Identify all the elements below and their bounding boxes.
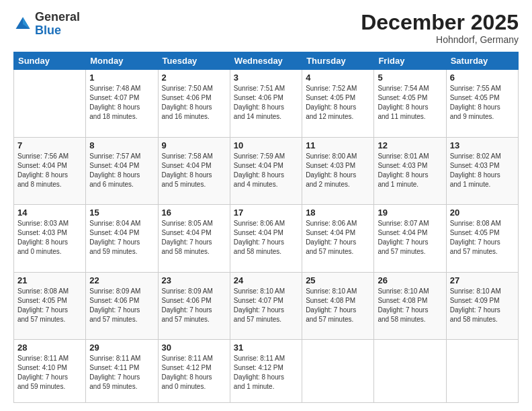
table-row: 14Sunrise: 8:03 AM Sunset: 4:03 PM Dayli… bbox=[14, 205, 86, 273]
table-row bbox=[446, 340, 518, 403]
table-row: 29Sunrise: 8:11 AM Sunset: 4:11 PM Dayli… bbox=[86, 340, 158, 403]
day-number: 3 bbox=[234, 73, 298, 83]
table-row bbox=[14, 70, 86, 138]
table-row: 9Sunrise: 7:58 AM Sunset: 4:04 PM Daylig… bbox=[158, 137, 230, 205]
table-row: 23Sunrise: 8:09 AM Sunset: 4:06 PM Dayli… bbox=[158, 272, 230, 340]
day-number: 8 bbox=[89, 140, 154, 150]
table-row: 22Sunrise: 8:09 AM Sunset: 4:06 PM Dayli… bbox=[86, 272, 158, 340]
header: General Blue December 2025 Hohndorf, Ger… bbox=[13, 11, 519, 45]
table-row: 15Sunrise: 8:04 AM Sunset: 4:04 PM Dayli… bbox=[86, 205, 158, 273]
table-row: 5Sunrise: 7:54 AM Sunset: 4:05 PM Daylig… bbox=[374, 70, 446, 138]
day-info: Sunrise: 7:56 AM Sunset: 4:04 PM Dayligh… bbox=[17, 152, 82, 189]
day-number: 18 bbox=[306, 208, 370, 218]
logo-icon bbox=[13, 15, 32, 34]
table-row: 30Sunrise: 8:11 AM Sunset: 4:12 PM Dayli… bbox=[158, 340, 230, 403]
header-wednesday: Wednesday bbox=[230, 52, 302, 70]
day-number: 25 bbox=[306, 275, 370, 285]
table-row: 19Sunrise: 8:07 AM Sunset: 4:04 PM Dayli… bbox=[374, 205, 446, 273]
day-info: Sunrise: 8:07 AM Sunset: 4:04 PM Dayligh… bbox=[378, 219, 442, 257]
day-number: 1 bbox=[89, 73, 154, 83]
day-info: Sunrise: 8:10 AM Sunset: 4:09 PM Dayligh… bbox=[450, 287, 515, 324]
day-number: 13 bbox=[450, 140, 515, 150]
logo-text: General Blue bbox=[35, 11, 80, 38]
day-number: 26 bbox=[378, 275, 442, 285]
day-info: Sunrise: 8:06 AM Sunset: 4:04 PM Dayligh… bbox=[234, 219, 298, 257]
table-row: 18Sunrise: 8:06 AM Sunset: 4:04 PM Dayli… bbox=[302, 205, 374, 273]
day-info: Sunrise: 7:50 AM Sunset: 4:06 PM Dayligh… bbox=[162, 84, 226, 122]
day-number: 14 bbox=[17, 208, 82, 218]
day-info: Sunrise: 7:59 AM Sunset: 4:04 PM Dayligh… bbox=[234, 152, 298, 189]
day-number: 23 bbox=[162, 275, 226, 285]
day-info: Sunrise: 7:58 AM Sunset: 4:04 PM Dayligh… bbox=[162, 152, 226, 189]
day-number: 20 bbox=[450, 208, 515, 218]
day-info: Sunrise: 8:03 AM Sunset: 4:03 PM Dayligh… bbox=[17, 219, 82, 257]
title-block: December 2025 Hohndorf, Germany bbox=[361, 11, 519, 45]
day-number: 5 bbox=[378, 73, 442, 83]
table-row: 27Sunrise: 8:10 AM Sunset: 4:09 PM Dayli… bbox=[446, 272, 518, 340]
day-info: Sunrise: 8:11 AM Sunset: 4:10 PM Dayligh… bbox=[17, 354, 82, 392]
table-row: 1Sunrise: 7:48 AM Sunset: 4:07 PM Daylig… bbox=[86, 70, 158, 138]
table-row: 6Sunrise: 7:55 AM Sunset: 4:05 PM Daylig… bbox=[446, 70, 518, 138]
table-row: 13Sunrise: 8:02 AM Sunset: 4:03 PM Dayli… bbox=[446, 137, 518, 205]
table-row bbox=[374, 340, 446, 403]
day-info: Sunrise: 8:10 AM Sunset: 4:07 PM Dayligh… bbox=[234, 287, 298, 324]
day-info: Sunrise: 8:00 AM Sunset: 4:03 PM Dayligh… bbox=[306, 152, 370, 189]
day-number: 19 bbox=[378, 208, 442, 218]
days-header-row: Sunday Monday Tuesday Wednesday Thursday… bbox=[14, 52, 519, 70]
day-info: Sunrise: 8:11 AM Sunset: 4:12 PM Dayligh… bbox=[162, 354, 226, 392]
table-row: 24Sunrise: 8:10 AM Sunset: 4:07 PM Dayli… bbox=[230, 272, 302, 340]
day-number: 24 bbox=[234, 275, 298, 285]
day-number: 9 bbox=[162, 140, 226, 150]
day-number: 4 bbox=[306, 73, 370, 83]
table-row: 26Sunrise: 8:10 AM Sunset: 4:08 PM Dayli… bbox=[374, 272, 446, 340]
day-number: 11 bbox=[306, 140, 370, 150]
table-row: 10Sunrise: 7:59 AM Sunset: 4:04 PM Dayli… bbox=[230, 137, 302, 205]
day-info: Sunrise: 8:08 AM Sunset: 4:05 PM Dayligh… bbox=[17, 287, 82, 324]
day-info: Sunrise: 7:48 AM Sunset: 4:07 PM Dayligh… bbox=[89, 84, 154, 122]
page: General Blue December 2025 Hohndorf, Ger… bbox=[0, 0, 532, 411]
header-thursday: Thursday bbox=[302, 52, 374, 70]
day-number: 17 bbox=[234, 208, 298, 218]
day-info: Sunrise: 8:05 AM Sunset: 4:04 PM Dayligh… bbox=[162, 219, 226, 257]
table-row: 4Sunrise: 7:52 AM Sunset: 4:05 PM Daylig… bbox=[302, 70, 374, 138]
day-number: 22 bbox=[89, 275, 154, 285]
day-number: 16 bbox=[162, 208, 226, 218]
table-row: 20Sunrise: 8:08 AM Sunset: 4:05 PM Dayli… bbox=[446, 205, 518, 273]
day-info: Sunrise: 7:55 AM Sunset: 4:05 PM Dayligh… bbox=[450, 84, 515, 122]
table-row: 17Sunrise: 8:06 AM Sunset: 4:04 PM Dayli… bbox=[230, 205, 302, 273]
day-number: 6 bbox=[450, 73, 515, 83]
table-row: 16Sunrise: 8:05 AM Sunset: 4:04 PM Dayli… bbox=[158, 205, 230, 273]
day-info: Sunrise: 8:10 AM Sunset: 4:08 PM Dayligh… bbox=[306, 287, 370, 324]
day-number: 30 bbox=[162, 342, 226, 353]
table-row: 28Sunrise: 8:11 AM Sunset: 4:10 PM Dayli… bbox=[14, 340, 86, 403]
day-info: Sunrise: 7:51 AM Sunset: 4:06 PM Dayligh… bbox=[234, 84, 298, 122]
day-info: Sunrise: 7:57 AM Sunset: 4:04 PM Dayligh… bbox=[89, 152, 154, 189]
day-number: 28 bbox=[17, 342, 82, 353]
day-info: Sunrise: 8:02 AM Sunset: 4:03 PM Dayligh… bbox=[450, 152, 515, 189]
header-friday: Friday bbox=[374, 52, 446, 70]
day-number: 21 bbox=[17, 275, 82, 285]
day-info: Sunrise: 8:08 AM Sunset: 4:05 PM Dayligh… bbox=[450, 219, 515, 257]
table-row: 31Sunrise: 8:11 AM Sunset: 4:12 PM Dayli… bbox=[230, 340, 302, 403]
logo-blue: Blue bbox=[35, 24, 61, 37]
day-number: 10 bbox=[234, 140, 298, 150]
subtitle: Hohndorf, Germany bbox=[361, 34, 519, 45]
day-number: 31 bbox=[234, 342, 298, 353]
day-number: 29 bbox=[89, 342, 154, 353]
table-row bbox=[302, 340, 374, 403]
day-number: 12 bbox=[378, 140, 442, 150]
header-sunday: Sunday bbox=[14, 52, 86, 70]
day-number: 7 bbox=[17, 140, 82, 150]
day-info: Sunrise: 8:01 AM Sunset: 4:03 PM Dayligh… bbox=[378, 152, 442, 189]
table-row: 2Sunrise: 7:50 AM Sunset: 4:06 PM Daylig… bbox=[158, 70, 230, 138]
table-row: 21Sunrise: 8:08 AM Sunset: 4:05 PM Dayli… bbox=[14, 272, 86, 340]
day-info: Sunrise: 7:52 AM Sunset: 4:05 PM Dayligh… bbox=[306, 84, 370, 122]
day-info: Sunrise: 8:11 AM Sunset: 4:12 PM Dayligh… bbox=[234, 354, 298, 392]
month-title: December 2025 bbox=[361, 11, 519, 34]
table-row: 7Sunrise: 7:56 AM Sunset: 4:04 PM Daylig… bbox=[14, 137, 86, 205]
table-row: 3Sunrise: 7:51 AM Sunset: 4:06 PM Daylig… bbox=[230, 70, 302, 138]
day-number: 15 bbox=[89, 208, 154, 218]
header-monday: Monday bbox=[86, 52, 158, 70]
table-row: 12Sunrise: 8:01 AM Sunset: 4:03 PM Dayli… bbox=[374, 137, 446, 205]
day-info: Sunrise: 7:54 AM Sunset: 4:05 PM Dayligh… bbox=[378, 84, 442, 122]
